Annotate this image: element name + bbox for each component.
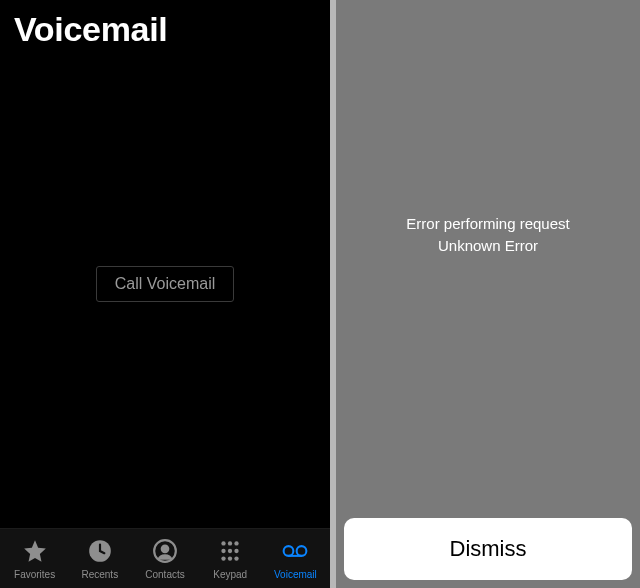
tab-keypad[interactable]: Keypad — [198, 538, 263, 580]
svg-point-4 — [228, 541, 232, 545]
voicemail-screen: Voicemail Call Voicemail Favorites Recen… — [0, 0, 330, 588]
svg-point-3 — [222, 541, 226, 545]
svg-point-11 — [235, 556, 239, 560]
tab-voicemail[interactable]: Voicemail — [263, 538, 328, 580]
tab-bar: Favorites Recents Contacts Keypad — [0, 528, 330, 588]
dismiss-container: Dismiss — [336, 510, 640, 588]
svg-point-5 — [235, 541, 239, 545]
error-sheet: Error performing request Unknown Error D… — [330, 0, 640, 588]
tab-favorites[interactable]: Favorites — [2, 538, 67, 580]
dismiss-button[interactable]: Dismiss — [344, 518, 632, 580]
svg-point-2 — [162, 545, 169, 552]
tab-label: Contacts — [145, 570, 184, 580]
tab-recents[interactable]: Recents — [67, 538, 132, 580]
contact-icon — [152, 538, 178, 566]
clock-icon — [87, 538, 113, 566]
tab-label: Favorites — [14, 570, 55, 580]
svg-point-6 — [222, 548, 226, 552]
svg-point-9 — [222, 556, 226, 560]
tab-contacts[interactable]: Contacts — [132, 538, 197, 580]
page-title: Voicemail — [0, 0, 330, 49]
star-icon — [22, 538, 48, 566]
voicemail-empty-area: Call Voicemail — [0, 49, 330, 528]
svg-point-10 — [228, 556, 232, 560]
svg-point-12 — [284, 546, 294, 556]
svg-point-7 — [228, 548, 232, 552]
keypad-icon — [217, 538, 243, 566]
error-line-2: Unknown Error — [438, 235, 538, 257]
tab-label: Keypad — [213, 570, 247, 580]
error-message: Error performing request Unknown Error — [336, 0, 640, 510]
call-voicemail-button[interactable]: Call Voicemail — [96, 266, 234, 302]
error-line-1: Error performing request — [406, 213, 569, 235]
tab-label: Recents — [81, 570, 118, 580]
tab-label: Voicemail — [274, 570, 317, 580]
svg-point-8 — [235, 548, 239, 552]
svg-point-13 — [297, 546, 307, 556]
voicemail-icon — [282, 538, 308, 566]
